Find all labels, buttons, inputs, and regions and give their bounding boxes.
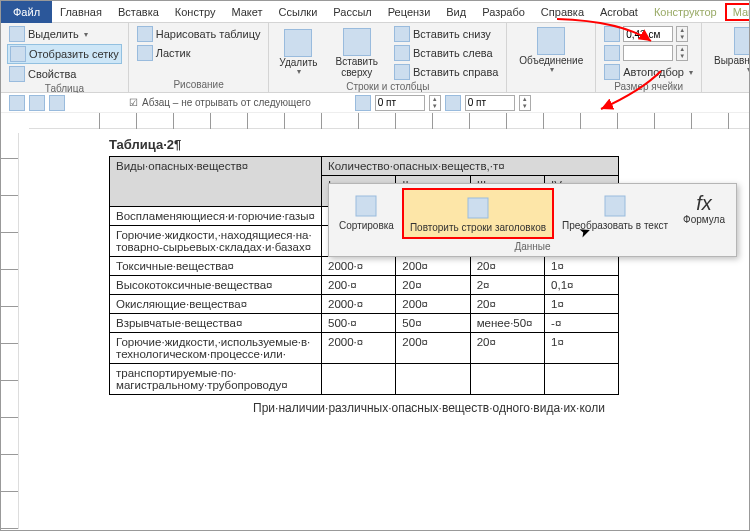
table-cell: 50¤ [396,314,470,333]
table-cell: 1¤ [545,295,619,314]
table-row[interactable]: Горючие·жидкости,·используемые·в· технол… [110,333,619,364]
eraser-icon [137,45,153,61]
quick-toolbar: ☑Абзац – не отрывать от следующего ▲▼ ▲▼ [1,93,749,113]
insert-right-button[interactable]: Вставить справа [392,63,500,81]
spacing-before-input[interactable] [375,95,425,111]
table-row[interactable]: Взрывчатые·вещества¤500·¤50¤менее·50¤-¤ [110,314,619,333]
footer-text: При·наличии·различных·опасных·веществ·од… [109,401,749,415]
table-cell: -¤ [545,314,619,333]
draw-table-button[interactable]: Нарисовать таблицу [135,25,263,43]
tab-developer[interactable]: Разрабо [474,3,533,21]
table-cell: Горючие·жидкости,·используемые·в· технол… [110,333,322,364]
eraser-button[interactable]: Ластик [135,44,263,62]
formula-icon: fx [696,192,712,214]
table-row[interactable]: Токсичные·вещества¤2000·¤200¤20¤1¤ [110,257,619,276]
insert-above-button[interactable]: Вставить сверху [327,25,386,81]
tab-layout[interactable]: Макет [223,3,270,21]
tab-table-layout[interactable]: Макет [725,3,750,21]
group-table: Выделить Отобразить сетку Свойства Табли… [1,23,129,92]
insbot-label: Вставить снизу [413,28,491,40]
autofit-button[interactable]: Автоподбор [602,63,695,81]
insert-above-icon [343,28,371,56]
spacing-after-input[interactable] [465,95,515,111]
height-stepper[interactable]: ▲▼ [676,26,688,42]
table-row[interactable]: Высокотоксичные·вещества¤200·¤20¤2¤0,1¤ [110,276,619,295]
table-cell: 20¤ [470,295,544,314]
svg-rect-1 [468,198,488,218]
table-cell: Токсичные·вещества¤ [110,257,322,276]
tab-home[interactable]: Главная [52,3,110,21]
qt-icon1[interactable] [9,95,25,111]
width-stepper[interactable]: ▲▼ [676,45,688,61]
formula-label: Формула [683,214,725,225]
tab-help[interactable]: Справка [533,3,592,21]
select-button[interactable]: Выделить [7,25,122,43]
view-gridlines-button[interactable]: Отобразить сетку [7,44,122,64]
ribbon: Выделить Отобразить сетку Свойства Табли… [1,23,749,93]
convert-to-text-button[interactable]: Преобразовать в текст [556,188,674,239]
insert-left-button[interactable]: Вставить слева [392,44,500,62]
repeat-header-rows-button[interactable]: Повторить строки заголовков [402,188,554,239]
table-cell: Окисляющие·вещества¤ [110,295,322,314]
insright-label: Вставить справа [413,66,498,78]
tab-design[interactable]: Констру [167,3,224,21]
convert-icon [601,192,629,220]
vertical-ruler[interactable] [1,133,19,529]
group-rowscols: Удалить Вставить сверху Вставить снизу В… [269,23,507,92]
svg-rect-0 [356,196,376,216]
eraser-label: Ластик [156,47,191,59]
props-label: Свойства [28,68,76,80]
table-row[interactable]: Окисляющие·вещества¤2000·¤200¤20¤1¤ [110,295,619,314]
svg-rect-2 [605,196,625,216]
table-cell: 200·¤ [321,276,395,295]
qt-icon3[interactable] [49,95,65,111]
sort-button[interactable]: Сортировка [333,188,400,239]
sa-stepper[interactable]: ▲▼ [519,95,531,111]
insert-below-icon [394,26,410,42]
group-draw-title: Рисование [135,79,263,92]
table-cell: 200¤ [396,333,470,364]
qt-icon2[interactable] [29,95,45,111]
width-input[interactable] [623,45,673,61]
sort-label: Сортировка [339,220,394,231]
para-checkbox-label[interactable]: Абзац – не отрывать от следующего [142,97,311,108]
tab-mailings[interactable]: Рассыл [325,3,379,21]
tab-review[interactable]: Рецензи [380,3,439,21]
width-icon [604,45,620,61]
table-cell: 20¤ [470,333,544,364]
height-input[interactable] [623,26,673,42]
properties-button[interactable]: Свойства [7,65,122,83]
alignment-button[interactable]: Выравнивание [708,25,750,77]
horizontal-ruler[interactable] [29,113,749,129]
delete-button[interactable]: Удалить [275,25,321,81]
tab-acrobat[interactable]: Acrobat [592,3,646,21]
tab-table-design[interactable]: Конструктор [646,3,725,21]
repeat-header-icon [464,194,492,222]
merge-button[interactable]: Объединение [513,25,589,77]
spacing-before-icon [355,95,371,111]
table-cell: Взрывчатые·вещества¤ [110,314,322,333]
insert-below-button[interactable]: Вставить снизу [392,25,500,43]
group-align-title [708,90,750,92]
props-icon [9,66,25,82]
tab-view[interactable]: Вид [438,3,474,21]
file-tab[interactable]: Файл [1,1,52,23]
sb-stepper[interactable]: ▲▼ [429,95,441,111]
grid-icon [10,46,26,62]
table-cell: менее·50¤ [470,314,544,333]
group-draw: Нарисовать таблицу Ластик Рисование [129,23,270,92]
table-cell: 20¤ [470,257,544,276]
table-cell: Горючие·жидкости,·находящиеся·на· товарн… [110,226,322,257]
tab-references[interactable]: Ссылки [271,3,326,21]
instop-label: Вставить сверху [333,56,380,78]
formula-button[interactable]: fxФормула [676,188,732,239]
popup-title: Данные [333,239,732,252]
sort-icon [352,192,380,220]
insert-right-icon [394,64,410,80]
table-cell: 200¤ [396,257,470,276]
col-width[interactable]: ▲▼ [602,44,695,62]
tab-insert[interactable]: Вставка [110,3,167,21]
row-height[interactable]: ▲▼ [602,25,695,43]
page: Таблица·2¶ Виды·опасных·веществ¤ Количес… [29,129,749,415]
align-icon [734,27,750,55]
